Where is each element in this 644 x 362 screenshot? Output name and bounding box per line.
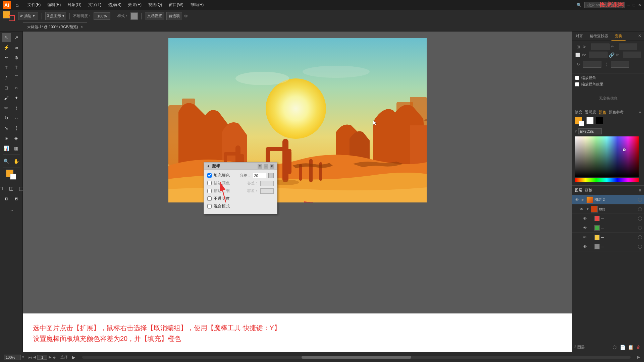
menu-window[interactable]: 窗口(W) <box>166 1 186 9</box>
color-ref-tab[interactable]: 颜色参考 <box>609 110 624 115</box>
rotate-input[interactable] <box>583 61 601 68</box>
layer-circle-green[interactable] <box>638 226 642 230</box>
new-layer-from-selection-btn[interactable]: ⬡ <box>611 344 618 351</box>
direct-select-tool[interactable]: ↗ <box>12 33 21 42</box>
next-page-btn[interactable]: ▶ <box>49 355 51 359</box>
layer-eye-003[interactable]: 👁 <box>579 207 584 212</box>
horizontal-scrollbar[interactable] <box>82 356 631 359</box>
move-to-layer-btn[interactable]: 📋 <box>627 344 634 351</box>
fade-tab[interactable]: 淡变 <box>575 110 582 115</box>
opacity-input[interactable] <box>94 12 110 20</box>
mode-dropdown[interactable]: ⟳ 插边 ▾ <box>18 12 38 20</box>
x-input[interactable] <box>591 44 609 50</box>
background-color-swatch[interactable] <box>10 174 16 180</box>
transform-tab[interactable]: 变换 <box>611 32 626 41</box>
panel-menu-btn[interactable]: ≡ <box>258 164 262 169</box>
warp-tool[interactable]: ⍟ <box>2 133 11 143</box>
layer-eye-green[interactable]: 👁 <box>582 226 588 230</box>
fill-color-checkbox[interactable] <box>207 173 212 178</box>
anchor-tool[interactable]: ⊕ <box>12 53 21 62</box>
menu-file[interactable]: 文件(F) <box>25 1 43 9</box>
hand-tool[interactable]: ✋ <box>12 157 21 166</box>
scale-effects-cb[interactable] <box>575 82 579 86</box>
layer-circle-red[interactable] <box>638 217 642 221</box>
fill-tolerance-up-btn[interactable]: ▶ <box>268 173 274 178</box>
prev-page-btn[interactable]: ◀ <box>33 355 36 359</box>
menu-object[interactable]: 对象(O) <box>65 1 84 9</box>
pen-tool[interactable]: ✒ <box>2 53 11 62</box>
scale-strokes-cb[interactable] <box>575 76 579 80</box>
hex-input[interactable] <box>578 128 602 134</box>
preferences-icon[interactable]: ⚙ <box>184 14 188 18</box>
lock-aspect-btn[interactable]: 🔗 <box>609 52 614 58</box>
smooth-tool[interactable]: ⌇ <box>12 103 21 113</box>
rect-tool[interactable]: □ <box>2 83 11 93</box>
arc-tool[interactable]: ⌒ <box>12 73 21 82</box>
layers-menu-btn[interactable]: ≡ <box>639 188 641 193</box>
color-picker-dot[interactable] <box>623 148 626 151</box>
home-icon[interactable]: ⌂ <box>13 1 21 9</box>
color-panel-menu-btn[interactable]: ≡ <box>639 110 641 115</box>
panel-header[interactable]: ✦ 魔棒 ≡ ─ × <box>204 163 277 170</box>
layer-item-green[interactable]: 👁 ··· <box>572 223 644 233</box>
menu-help[interactable]: 帮助(H) <box>187 1 207 9</box>
stroke-color-checkbox[interactable] <box>207 181 212 185</box>
scroll-right-btn[interactable]: ▶ <box>637 355 640 359</box>
art-mode-btn[interactable]: ◩ <box>12 194 21 203</box>
more-tools-btn[interactable]: ··· <box>7 205 16 215</box>
menu-view[interactable]: 视图(Q) <box>146 1 165 9</box>
layer-circle-gray[interactable] <box>638 245 642 249</box>
color-gradient-picker[interactable] <box>575 136 639 177</box>
layer-circle-yellow[interactable] <box>638 235 642 239</box>
artboards-tab[interactable]: 画板 <box>585 188 592 193</box>
rotate-tool[interactable]: ↻ <box>2 113 11 123</box>
fill-tolerance-input[interactable] <box>253 173 266 178</box>
layer-item-red[interactable]: 👁 ··· <box>572 214 644 223</box>
layer-eye-2[interactable]: 👁 <box>574 197 580 202</box>
menu-select[interactable]: 选择(S) <box>105 1 124 9</box>
layer-eye-red[interactable]: 👁 <box>582 216 588 221</box>
window-restore-btn[interactable]: □ <box>633 3 635 7</box>
menu-effect[interactable]: 效果(E) <box>125 1 144 9</box>
layer-expand-003[interactable]: ▼ <box>586 207 590 211</box>
stroke-width-checkbox[interactable] <box>207 189 212 193</box>
window-minimize-btn[interactable]: ─ <box>627 3 630 7</box>
reflect-tool[interactable]: ↔ <box>12 113 21 123</box>
layer-item-2[interactable]: 👁 ▶ 图层 2 <box>572 195 644 204</box>
blob-brush-tool[interactable]: ✦ <box>12 93 21 103</box>
create-layer-btn[interactable]: 📄 <box>619 344 626 351</box>
panel-close-btn[interactable]: × <box>270 164 274 169</box>
tab-close-btn[interactable]: × <box>81 25 83 29</box>
layer-expand-2[interactable]: ▶ <box>581 198 585 201</box>
play-btn[interactable]: ▶ <box>72 355 75 360</box>
stroke-color-swatch[interactable] <box>9 15 15 21</box>
magic-wand-tool[interactable]: ⚡ <box>2 43 11 52</box>
normal-mode-btn[interactable]: □ <box>0 184 6 193</box>
delete-layer-btn[interactable]: 🗑 <box>635 344 642 351</box>
opacity-checkbox[interactable] <box>207 196 212 201</box>
right-panel-menu-btn[interactable]: ✕ <box>635 32 644 41</box>
white-swatch[interactable] <box>586 117 594 124</box>
select-tool[interactable]: ↖ <box>2 33 11 42</box>
pencil-tool[interactable]: ✏ <box>2 103 11 113</box>
line-tool[interactable]: / <box>2 73 11 82</box>
layer-item-gray[interactable]: 👁 ··· <box>572 242 644 251</box>
bg-swatch[interactable] <box>579 121 584 126</box>
layer-eye-yellow[interactable]: 👁 <box>582 235 588 240</box>
zoom-tool[interactable]: 🔍 <box>2 157 11 166</box>
ellipse-tool[interactable]: ○ <box>12 83 21 93</box>
shear-input[interactable] <box>611 61 629 68</box>
brush-dropdown[interactable]: 3 点圆形 ▾ <box>45 12 66 20</box>
last-page-btn[interactable]: ⏭ <box>53 355 56 359</box>
menu-edit[interactable]: 编辑(E) <box>45 1 63 9</box>
stroke-width-tolerance-input[interactable] <box>260 188 274 194</box>
color-tab[interactable]: 颜色 <box>599 110 606 115</box>
scale-tool[interactable]: ⤡ <box>2 123 11 133</box>
align-tab[interactable]: 对齐 <box>572 32 586 41</box>
layer-item-003[interactable]: 👁 ▼ 003 <box>572 204 644 214</box>
zoom-input[interactable] <box>4 355 21 360</box>
doc-settings-btn[interactable]: 文档设置 <box>145 12 164 20</box>
bar-graph-tool[interactable]: ▦ <box>12 143 21 153</box>
stroke-tolerance-input[interactable] <box>260 181 274 186</box>
layers-tab[interactable]: 图层 <box>575 188 582 193</box>
